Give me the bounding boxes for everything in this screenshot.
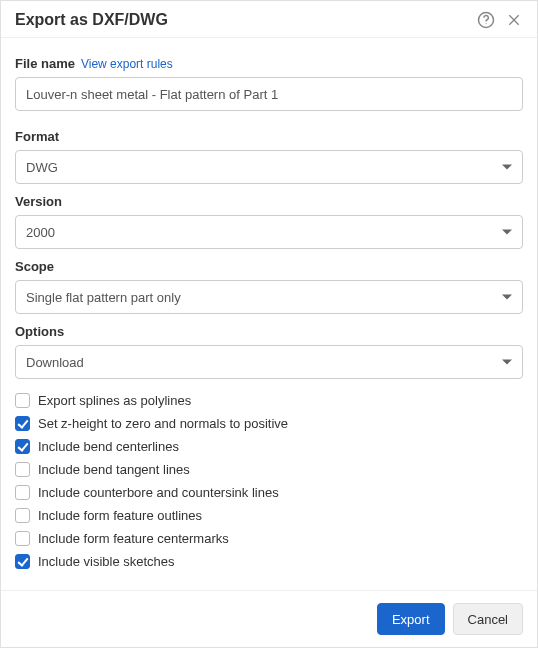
file-name-label-text: File name bbox=[15, 56, 75, 71]
dialog-title: Export as DXF/DWG bbox=[15, 11, 477, 29]
format-select[interactable]: DWG bbox=[15, 150, 523, 184]
svg-point-1 bbox=[485, 23, 486, 24]
options-value: Download bbox=[26, 355, 84, 370]
dialog-footer: Export Cancel bbox=[1, 590, 537, 647]
checkbox-row: Include bend centerlines bbox=[15, 435, 523, 458]
checkbox[interactable] bbox=[15, 508, 30, 523]
dialog-body: File name View export rules Format DWG V… bbox=[1, 38, 537, 590]
checkbox[interactable] bbox=[15, 462, 30, 477]
checkbox-row: Include counterbore and countersink line… bbox=[15, 481, 523, 504]
format-value: DWG bbox=[26, 160, 58, 175]
format-label: Format bbox=[15, 129, 523, 144]
checkbox[interactable] bbox=[15, 554, 30, 569]
checkbox-label[interactable]: Set z-height to zero and normals to posi… bbox=[38, 416, 288, 431]
checkbox-label[interactable]: Include bend tangent lines bbox=[38, 462, 190, 477]
file-name-label: File name View export rules bbox=[15, 56, 523, 71]
checkbox-row: Export splines as polylines bbox=[15, 389, 523, 412]
options-select[interactable]: Download bbox=[15, 345, 523, 379]
dialog-header: Export as DXF/DWG bbox=[1, 1, 537, 38]
header-icons bbox=[477, 11, 523, 29]
checkbox-row: Include form feature centermarks bbox=[15, 527, 523, 550]
scope-label: Scope bbox=[15, 259, 523, 274]
export-dialog: Export as DXF/DWG File name View export … bbox=[0, 0, 538, 648]
checkbox-label[interactable]: Include form feature outlines bbox=[38, 508, 202, 523]
close-icon[interactable] bbox=[505, 11, 523, 29]
checkbox[interactable] bbox=[15, 531, 30, 546]
checkbox-label[interactable]: Include bend centerlines bbox=[38, 439, 179, 454]
checkbox-row: Include bend tangent lines bbox=[15, 458, 523, 481]
export-button[interactable]: Export bbox=[377, 603, 445, 635]
options-label: Options bbox=[15, 324, 523, 339]
cancel-button[interactable]: Cancel bbox=[453, 603, 523, 635]
checkbox[interactable] bbox=[15, 416, 30, 431]
checkbox[interactable] bbox=[15, 393, 30, 408]
checkbox-label[interactable]: Export splines as polylines bbox=[38, 393, 191, 408]
scope-select[interactable]: Single flat pattern part only bbox=[15, 280, 523, 314]
version-select[interactable]: 2000 bbox=[15, 215, 523, 249]
checkbox[interactable] bbox=[15, 485, 30, 500]
file-name-input[interactable] bbox=[15, 77, 523, 111]
help-icon[interactable] bbox=[477, 11, 495, 29]
checkbox-row: Set z-height to zero and normals to posi… bbox=[15, 412, 523, 435]
checkbox-label[interactable]: Include visible sketches bbox=[38, 554, 175, 569]
checkbox-group: Export splines as polylinesSet z-height … bbox=[15, 389, 523, 573]
checkbox[interactable] bbox=[15, 439, 30, 454]
checkbox-row: Include visible sketches bbox=[15, 550, 523, 573]
checkbox-row: Include form feature outlines bbox=[15, 504, 523, 527]
version-value: 2000 bbox=[26, 225, 55, 240]
view-export-rules-link[interactable]: View export rules bbox=[81, 57, 173, 71]
scope-value: Single flat pattern part only bbox=[26, 290, 181, 305]
version-label: Version bbox=[15, 194, 523, 209]
checkbox-label[interactable]: Include counterbore and countersink line… bbox=[38, 485, 279, 500]
checkbox-label[interactable]: Include form feature centermarks bbox=[38, 531, 229, 546]
